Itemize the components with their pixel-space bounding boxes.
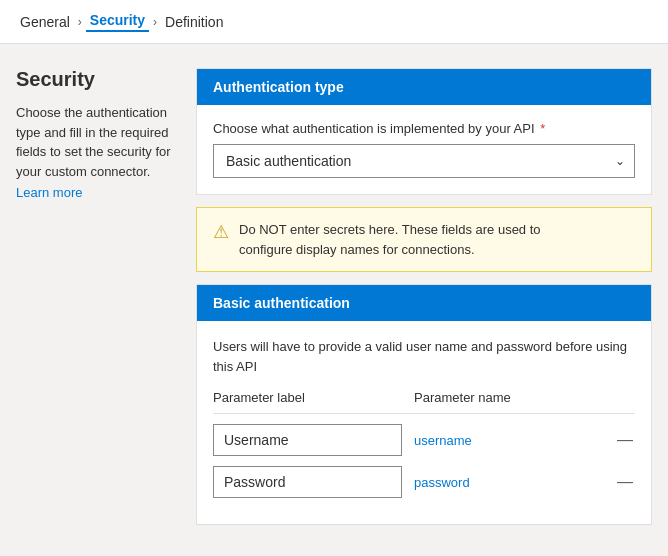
password-label-input[interactable] <box>213 466 402 498</box>
learn-more-link[interactable]: Learn more <box>16 185 82 200</box>
sidebar-title: Security <box>16 68 176 91</box>
auth-type-card: Authentication type Choose what authenti… <box>196 68 652 195</box>
basic-auth-description: Users will have to provide a valid user … <box>213 337 635 376</box>
breadcrumb-sep-2: › <box>153 15 157 29</box>
auth-type-dropdown-container: No authentication Basic authentication A… <box>213 144 635 178</box>
auth-field-label: Choose what authentication is implemente… <box>213 121 635 136</box>
param-header-row: Parameter label Parameter name <box>213 390 635 405</box>
required-star: * <box>537 121 546 136</box>
username-name-col: username <box>414 433 603 448</box>
auth-type-body: Choose what authentication is implemente… <box>197 105 651 194</box>
sidebar-description: Choose the authentication type and fill … <box>16 103 176 181</box>
param-col-label-header: Parameter label <box>213 390 414 405</box>
breadcrumb-sep-1: › <box>78 15 82 29</box>
username-label-col <box>213 424 402 456</box>
param-divider <box>213 413 635 414</box>
warning-icon: ⚠ <box>213 221 229 243</box>
basic-auth-header: Basic authentication <box>197 285 651 321</box>
param-col-name-header: Parameter name <box>414 390 615 405</box>
username-label-input[interactable] <box>213 424 402 456</box>
main-layout: Security Choose the authentication type … <box>0 44 668 556</box>
breadcrumb-security[interactable]: Security <box>86 12 149 32</box>
table-row: username — <box>213 424 635 456</box>
breadcrumb: General › Security › Definition <box>0 0 668 44</box>
warning-text: Do NOT enter secrets here. These fields … <box>239 220 541 259</box>
basic-auth-body: Users will have to provide a valid user … <box>197 321 651 524</box>
param-table: Parameter label Parameter name username <box>213 390 635 498</box>
username-row-dash: — <box>615 431 635 449</box>
password-label-col <box>213 466 402 498</box>
breadcrumb-definition[interactable]: Definition <box>161 14 227 30</box>
warning-box: ⚠ Do NOT enter secrets here. These field… <box>196 207 652 272</box>
password-row-dash: — <box>615 473 635 491</box>
password-name-col: password <box>414 475 603 490</box>
basic-auth-card: Basic authentication Users will have to … <box>196 284 652 525</box>
table-row: password — <box>213 466 635 498</box>
content-area: Authentication type Choose what authenti… <box>196 68 652 537</box>
auth-type-header: Authentication type <box>197 69 651 105</box>
password-name-text: password <box>414 475 470 490</box>
username-name-text: username <box>414 433 472 448</box>
sidebar: Security Choose the authentication type … <box>16 68 176 537</box>
breadcrumb-general[interactable]: General <box>16 14 74 30</box>
auth-type-dropdown[interactable]: No authentication Basic authentication A… <box>213 144 635 178</box>
